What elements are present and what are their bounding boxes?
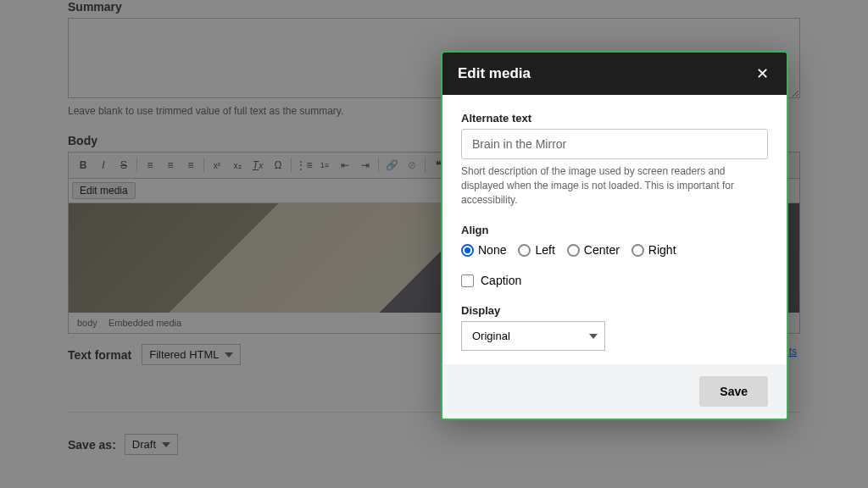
close-icon: ✕ [756,65,769,82]
radio-icon [632,244,644,257]
radio-icon [518,244,531,257]
align-center-radio[interactable]: Center [567,243,620,257]
radio-icon [567,244,580,257]
alt-text-input[interactable] [461,129,768,159]
alt-text-label: Alternate text [461,112,768,125]
caption-checkbox[interactable]: Caption [461,274,768,287]
display-label: Display [461,304,768,317]
display-select[interactable]: Original [461,321,605,351]
checkbox-icon [461,274,474,287]
align-label: Align [461,224,768,236]
align-right-radio[interactable]: Right [632,243,676,257]
close-button[interactable]: ✕ [753,64,771,83]
align-left-radio[interactable]: Left [518,243,554,257]
align-none-radio[interactable]: None [461,243,506,257]
radio-icon [461,244,474,257]
modal-title: Edit media [458,65,531,82]
alt-text-hint: Short description of the image used by s… [461,164,768,207]
save-button[interactable]: Save [699,376,768,407]
edit-media-modal: Edit media ✕ Alternate text Short descri… [441,51,788,420]
